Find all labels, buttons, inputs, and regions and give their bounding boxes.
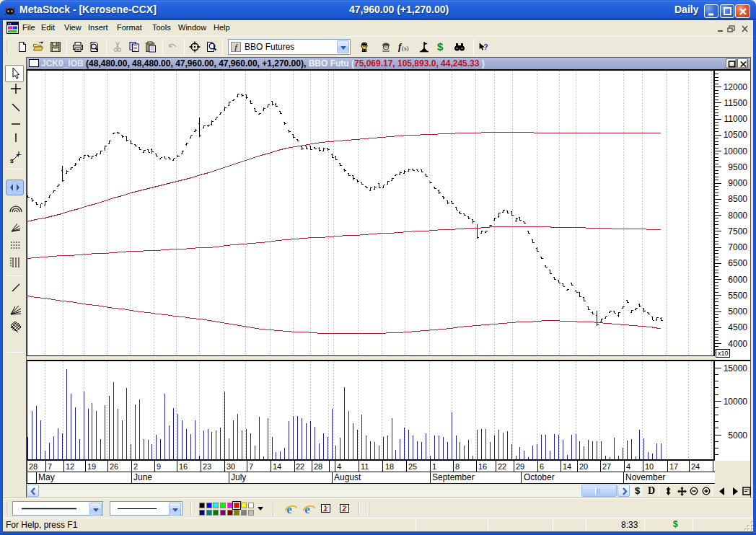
svg-text:?: ? xyxy=(483,43,488,51)
svg-text:S: S xyxy=(10,159,14,164)
svg-text:L: L xyxy=(18,151,22,156)
svg-text:(x): (x) xyxy=(402,45,409,52)
